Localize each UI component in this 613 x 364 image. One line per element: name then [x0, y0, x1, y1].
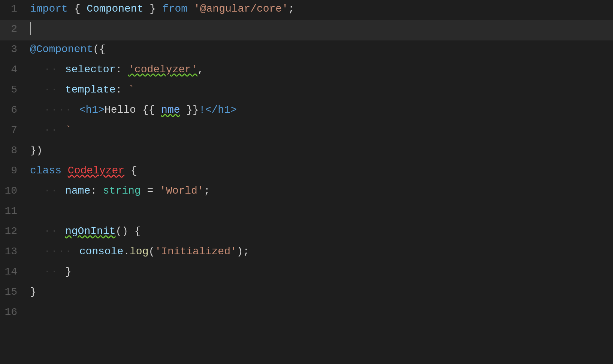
code-line: 3@Component({ [0, 40, 613, 61]
token: = [141, 185, 160, 197]
token: 'World' [160, 185, 204, 197]
token: { [124, 165, 137, 176]
token: ({ [93, 43, 106, 55]
code-line: 7 ·· ` [0, 121, 613, 142]
token: string [103, 185, 141, 197]
line-number: 13 [0, 243, 26, 260]
token: } [30, 286, 36, 298]
line-content: ·· template: ` [26, 82, 613, 98]
token: console [79, 246, 124, 257]
line-number: 3 [0, 41, 26, 58]
token: () { [115, 225, 141, 237]
token: name [65, 185, 90, 197]
line-number: 14 [0, 264, 26, 280]
line-number: 5 [0, 82, 26, 98]
token: 'codelyzer' [128, 64, 197, 75]
token: ···· [30, 104, 79, 116]
token: ); [237, 246, 250, 257]
token: Component [87, 3, 143, 15]
token: } [65, 266, 72, 277]
code-line: 4 ·· selector: 'codelyzer', [0, 61, 613, 81]
token: from [162, 3, 187, 15]
token: }) [30, 145, 43, 156]
token: !</h1> [199, 104, 237, 116]
code-line: 11 [0, 202, 613, 222]
token: @Component [30, 43, 93, 55]
token: import [30, 3, 68, 15]
line-content: ···· <h1>Hello {{ nme }}!</h1> [26, 102, 613, 119]
line-content [26, 21, 613, 38]
token: } [143, 3, 162, 15]
token: ···· [30, 246, 79, 257]
token: template [65, 84, 115, 95]
line-number: 16 [0, 304, 26, 321]
token: , [197, 64, 204, 75]
token: : [90, 185, 103, 197]
text-cursor [30, 22, 31, 35]
token: ·· [30, 225, 65, 237]
line-number: 11 [0, 203, 26, 220]
token [187, 3, 194, 15]
code-line: 16 [0, 303, 613, 324]
token: . [123, 246, 130, 257]
code-line: 12 ·· ngOnInit() { [0, 222, 613, 243]
token: 'Initialized' [155, 246, 236, 257]
token: { [68, 3, 87, 15]
code-line: 10 ·· name: string = 'World'; [0, 182, 613, 202]
token: ·· [30, 64, 65, 75]
token: ` [128, 84, 135, 95]
line-number: 12 [0, 223, 26, 240]
token: ·· [30, 124, 65, 136]
code-line: 14 ·· } [0, 263, 613, 283]
code-line: 13 ···· console.log('Initialized'); [0, 243, 613, 263]
token: class [30, 165, 61, 176]
line-number: 4 [0, 61, 26, 78]
token: : [115, 64, 128, 75]
line-number: 9 [0, 163, 26, 179]
token: selector [65, 64, 115, 75]
line-number: 8 [0, 142, 26, 159]
code-editor[interactable]: 1import { Component } from '@angular/cor… [0, 0, 613, 364]
code-line: 5 ·· template: ` [0, 81, 613, 101]
line-content: }) [26, 142, 613, 159]
token: ·· [30, 185, 65, 197]
line-content: } [26, 284, 613, 301]
token: ` [65, 124, 72, 136]
token: ; [204, 185, 210, 197]
line-content: @Component({ [26, 41, 613, 58]
code-line: 1import { Component } from '@angular/cor… [0, 0, 613, 20]
token: <h1> [79, 104, 105, 116]
token: log [130, 246, 148, 257]
token: }} [180, 104, 199, 116]
code-line: 8}) [0, 142, 613, 162]
line-content: import { Component } from '@angular/core… [26, 1, 613, 18]
line-content: ·· ` [26, 122, 613, 139]
line-number: 1 [0, 1, 26, 18]
line-number: 15 [0, 284, 26, 301]
line-number: 2 [0, 21, 26, 38]
code-line: 6 ···· <h1>Hello {{ nme }}!</h1> [0, 101, 613, 121]
line-content: ·· selector: 'codelyzer', [26, 61, 613, 78]
line-number: 6 [0, 102, 26, 119]
token: Hello [105, 104, 142, 116]
token: Codelyzer [68, 165, 124, 176]
line-content: ·· } [26, 264, 613, 280]
code-line: 15} [0, 283, 613, 303]
line-content: ·· ngOnInit() { [26, 223, 613, 240]
token: ; [288, 3, 295, 15]
line-content: ···· console.log('Initialized'); [26, 243, 613, 260]
line-content: class Codelyzer { [26, 163, 613, 179]
line-number: 10 [0, 183, 26, 200]
token: ·· [30, 84, 65, 95]
token [61, 165, 68, 176]
token: nme [161, 104, 180, 116]
line-content: ·· name: string = 'World'; [26, 183, 613, 200]
token: ( [148, 246, 155, 257]
token: : [115, 84, 128, 95]
code-line: 2 [0, 20, 613, 40]
code-line: 9class Codelyzer { [0, 162, 613, 182]
line-number: 7 [0, 122, 26, 139]
token: {{ [142, 104, 161, 116]
token: '@angular/core' [194, 3, 288, 15]
token: ·· [30, 266, 65, 277]
